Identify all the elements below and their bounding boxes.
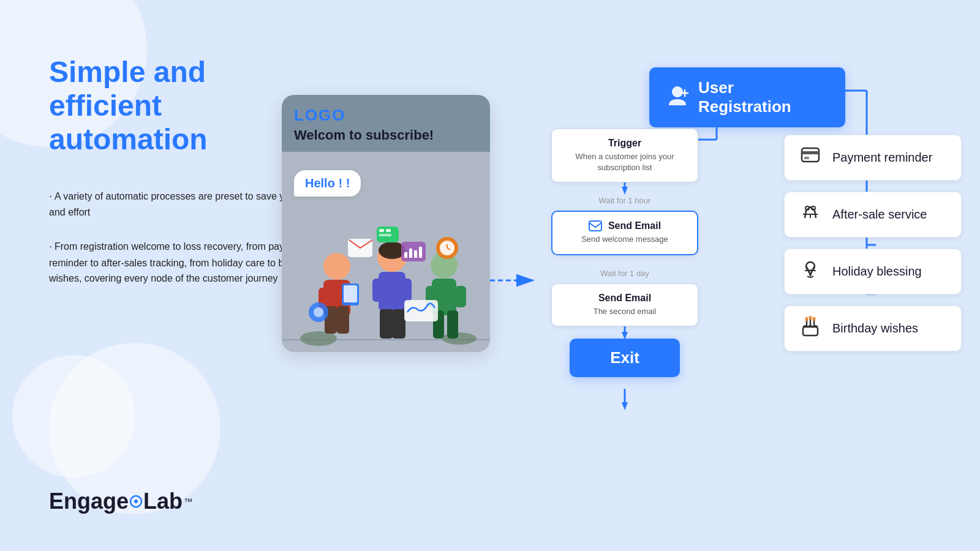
svg-rect-68 bbox=[589, 221, 601, 231]
svg-rect-38 bbox=[379, 229, 384, 232]
logo-gear-icon bbox=[129, 495, 143, 508]
logo-area: Engage Lab ™ bbox=[49, 489, 192, 514]
svg-point-83 bbox=[809, 316, 812, 320]
feature-1-bullet: · bbox=[49, 190, 52, 202]
user-reg-icon bbox=[668, 84, 690, 111]
birthday-wishes-label: Birthday wishes bbox=[832, 321, 918, 335]
svg-rect-17 bbox=[392, 309, 405, 339]
svg-marker-53 bbox=[622, 402, 628, 410]
email-card-logo: LOGO bbox=[294, 106, 346, 125]
birthday-wishes-icon bbox=[799, 316, 821, 341]
svg-rect-24 bbox=[447, 310, 458, 339]
wait-2-label: Wait for 1 day bbox=[600, 269, 649, 278]
wait-2: Wait for 1 day bbox=[551, 263, 698, 283]
email-card-header: LOGO Welcom to subscribe! bbox=[282, 95, 490, 152]
svg-rect-11 bbox=[344, 285, 357, 302]
trigger-label: Trigger bbox=[563, 138, 687, 149]
svg-point-74 bbox=[812, 206, 815, 210]
feature-2-bullet: · bbox=[49, 240, 52, 252]
svg-rect-8 bbox=[337, 306, 349, 334]
svg-point-36 bbox=[314, 307, 323, 317]
svg-rect-71 bbox=[804, 157, 809, 159]
logo-engage-text: Engage bbox=[49, 489, 129, 514]
email-card-body: Hello ! bbox=[282, 152, 490, 352]
send-email-2-subtitle: The second email bbox=[563, 306, 687, 317]
trigger-card: Trigger When a customer joins your subsc… bbox=[551, 129, 698, 182]
exit-button[interactable]: Exit bbox=[570, 339, 680, 377]
svg-rect-40 bbox=[379, 234, 391, 236]
send-email-1-subtitle: Send welcome message bbox=[564, 234, 686, 245]
user-registration-button[interactable]: User Registration bbox=[649, 67, 845, 127]
svg-rect-39 bbox=[386, 229, 391, 232]
email-icon bbox=[589, 220, 602, 231]
wait-1-label: Wait for 1 hour bbox=[599, 196, 651, 205]
holiday-blessing-label: Holiday blessing bbox=[832, 264, 922, 279]
svg-point-65 bbox=[672, 86, 683, 97]
logo-trademark: ™ bbox=[184, 497, 192, 506]
svg-point-73 bbox=[805, 206, 809, 210]
automation-item-birthday-wishes[interactable]: Birthday wishes bbox=[784, 305, 962, 351]
send-email-2-title: Send Email bbox=[563, 293, 687, 304]
svg-rect-29 bbox=[414, 250, 417, 258]
svg-point-82 bbox=[805, 317, 809, 321]
send-email-1-card: Send Email Send welcome message bbox=[551, 211, 698, 255]
svg-rect-69 bbox=[802, 148, 819, 162]
svg-rect-27 bbox=[404, 252, 407, 258]
svg-rect-70 bbox=[802, 151, 819, 154]
trigger-subtitle: When a customer joins your subscription … bbox=[563, 151, 687, 173]
svg-rect-22 bbox=[455, 286, 466, 307]
bg-decoration-circle-3 bbox=[12, 355, 135, 478]
payment-reminder-label: Payment reminder bbox=[832, 151, 932, 165]
svg-rect-78 bbox=[803, 327, 818, 335]
svg-point-5 bbox=[323, 253, 350, 280]
automation-list: Payment reminder After-sale service bbox=[784, 135, 962, 351]
email-card-title: Welcom to subscribe! bbox=[294, 127, 434, 143]
automation-item-holiday-blessing[interactable]: Holiday blessing bbox=[784, 249, 962, 294]
automation-item-payment-reminder[interactable]: Payment reminder bbox=[784, 135, 962, 181]
svg-rect-15 bbox=[401, 279, 412, 302]
after-sale-icon bbox=[799, 202, 821, 227]
workflow-area: User Registration Trigger When a custome… bbox=[527, 49, 956, 514]
email-preview-card: LOGO Welcom to subscribe! Hello ! bbox=[282, 95, 490, 352]
logo: Engage Lab ™ bbox=[49, 489, 192, 514]
svg-point-84 bbox=[813, 317, 816, 321]
send-email-1-title: Send Email bbox=[608, 220, 661, 231]
send-email-2-card: Send Email The second email bbox=[551, 283, 698, 326]
automation-item-after-sale[interactable]: After-sale service bbox=[784, 192, 962, 238]
svg-rect-16 bbox=[380, 309, 393, 339]
payment-reminder-icon bbox=[799, 145, 821, 170]
svg-point-1 bbox=[134, 500, 138, 503]
people-illustration bbox=[282, 193, 490, 352]
user-reg-label: User Registration bbox=[698, 78, 827, 116]
svg-rect-28 bbox=[409, 249, 412, 258]
workflow-column: Trigger When a customer joins your subsc… bbox=[551, 129, 698, 377]
svg-rect-14 bbox=[372, 279, 383, 302]
svg-rect-30 bbox=[419, 247, 422, 258]
holiday-blessing-icon bbox=[799, 259, 821, 284]
logo-lab-text: Lab bbox=[143, 489, 183, 514]
after-sale-label: After-sale service bbox=[832, 208, 927, 222]
wait-1: Wait for 1 hour bbox=[551, 190, 698, 211]
